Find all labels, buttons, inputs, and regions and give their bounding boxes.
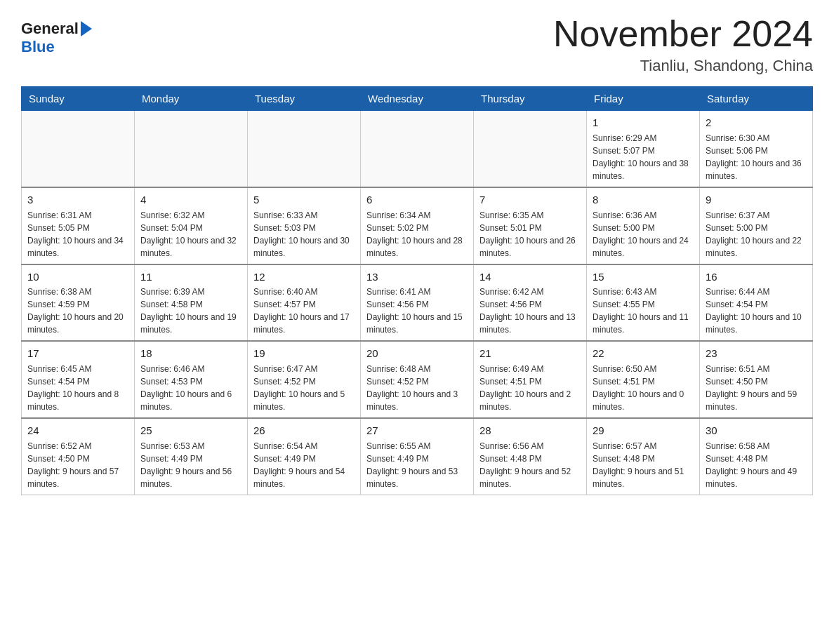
day-info: Sunrise: 6:54 AMSunset: 4:49 PMDaylight:…: [253, 440, 355, 490]
day-number: 22: [593, 346, 694, 361]
calendar-cell: [22, 111, 135, 187]
calendar-cell: 10Sunrise: 6:38 AMSunset: 4:59 PMDayligh…: [22, 264, 135, 342]
calendar-week-row: 3Sunrise: 6:31 AMSunset: 5:05 PMDaylight…: [22, 187, 813, 264]
day-info: Sunrise: 6:42 AMSunset: 4:56 PMDaylight:…: [479, 286, 581, 336]
calendar-cell: [248, 111, 361, 187]
weekday-header-friday: Friday: [587, 87, 700, 111]
calendar-cell: 7Sunrise: 6:35 AMSunset: 5:01 PMDaylight…: [474, 187, 587, 264]
day-info: Sunrise: 6:46 AMSunset: 4:53 PMDaylight:…: [140, 363, 241, 413]
day-info: Sunrise: 6:35 AMSunset: 5:01 PMDaylight:…: [479, 209, 581, 260]
calendar-cell: 27Sunrise: 6:55 AMSunset: 4:49 PMDayligh…: [361, 418, 474, 495]
calendar-cell: 18Sunrise: 6:46 AMSunset: 4:53 PMDayligh…: [135, 341, 248, 418]
month-title: November 2024: [553, 14, 813, 54]
location-subtitle: Tianliu, Shandong, China: [553, 57, 813, 75]
day-info: Sunrise: 6:50 AMSunset: 4:51 PMDaylight:…: [593, 363, 694, 413]
calendar-cell: 29Sunrise: 6:57 AMSunset: 4:48 PMDayligh…: [587, 418, 700, 495]
day-number: 13: [366, 269, 468, 285]
day-info: Sunrise: 6:56 AMSunset: 4:48 PMDaylight:…: [479, 440, 581, 490]
day-number: 25: [140, 423, 241, 438]
day-number: 30: [706, 423, 807, 438]
day-number: 15: [593, 269, 694, 285]
title-area: November 2024 Tianliu, Shandong, China: [553, 14, 813, 75]
calendar-cell: 15Sunrise: 6:43 AMSunset: 4:55 PMDayligh…: [587, 264, 700, 342]
day-info: Sunrise: 6:29 AMSunset: 5:07 PMDaylight:…: [593, 132, 694, 182]
day-info: Sunrise: 6:43 AMSunset: 4:55 PMDaylight:…: [593, 286, 694, 336]
day-number: 27: [366, 423, 468, 438]
calendar-week-row: 10Sunrise: 6:38 AMSunset: 4:59 PMDayligh…: [22, 264, 813, 342]
day-info: Sunrise: 6:45 AMSunset: 4:54 PMDaylight:…: [27, 363, 128, 413]
calendar-cell: 19Sunrise: 6:47 AMSunset: 4:52 PMDayligh…: [248, 341, 361, 418]
day-info: Sunrise: 6:36 AMSunset: 5:00 PMDaylight:…: [593, 209, 694, 260]
calendar-cell: 20Sunrise: 6:48 AMSunset: 4:52 PMDayligh…: [361, 341, 474, 418]
calendar-cell: 12Sunrise: 6:40 AMSunset: 4:57 PMDayligh…: [248, 264, 361, 342]
calendar-cell: 26Sunrise: 6:54 AMSunset: 4:49 PMDayligh…: [248, 418, 361, 495]
calendar-cell: 23Sunrise: 6:51 AMSunset: 4:50 PMDayligh…: [700, 341, 813, 418]
day-number: 4: [140, 192, 241, 208]
day-number: 21: [479, 346, 581, 361]
day-info: Sunrise: 6:58 AMSunset: 4:48 PMDaylight:…: [706, 440, 807, 490]
calendar-cell: 21Sunrise: 6:49 AMSunset: 4:51 PMDayligh…: [474, 341, 587, 418]
day-info: Sunrise: 6:32 AMSunset: 5:04 PMDaylight:…: [140, 209, 241, 260]
day-number: 10: [27, 269, 128, 285]
calendar-cell: 24Sunrise: 6:52 AMSunset: 4:50 PMDayligh…: [22, 418, 135, 495]
day-info: Sunrise: 6:40 AMSunset: 4:57 PMDaylight:…: [253, 286, 355, 336]
day-number: 12: [253, 269, 355, 285]
calendar-cell: 16Sunrise: 6:44 AMSunset: 4:54 PMDayligh…: [700, 264, 813, 342]
calendar-cell: 14Sunrise: 6:42 AMSunset: 4:56 PMDayligh…: [474, 264, 587, 342]
day-info: Sunrise: 6:31 AMSunset: 5:05 PMDaylight:…: [27, 209, 128, 260]
day-number: 14: [479, 269, 581, 285]
day-number: 26: [253, 423, 355, 438]
calendar-cell: [361, 111, 474, 187]
page-header: General Blue November 2024 Tianliu, Shan…: [21, 14, 813, 75]
day-info: Sunrise: 6:52 AMSunset: 4:50 PMDaylight:…: [27, 440, 128, 490]
calendar-table: SundayMondayTuesdayWednesdayThursdayFrid…: [21, 86, 813, 495]
calendar-cell: 13Sunrise: 6:41 AMSunset: 4:56 PMDayligh…: [361, 264, 474, 342]
calendar-cell: 3Sunrise: 6:31 AMSunset: 5:05 PMDaylight…: [22, 187, 135, 264]
logo: General Blue: [21, 20, 92, 56]
calendar-week-row: 1Sunrise: 6:29 AMSunset: 5:07 PMDaylight…: [22, 111, 813, 187]
day-info: Sunrise: 6:51 AMSunset: 4:50 PMDaylight:…: [706, 363, 807, 413]
logo-arrow-icon: [81, 21, 92, 36]
day-info: Sunrise: 6:53 AMSunset: 4:49 PMDaylight:…: [140, 440, 241, 490]
day-number: 29: [593, 423, 694, 438]
day-info: Sunrise: 6:55 AMSunset: 4:49 PMDaylight:…: [366, 440, 468, 490]
day-number: 18: [140, 346, 241, 361]
day-number: 1: [593, 115, 694, 130]
calendar-week-row: 24Sunrise: 6:52 AMSunset: 4:50 PMDayligh…: [22, 418, 813, 495]
calendar-cell: 2Sunrise: 6:30 AMSunset: 5:06 PMDaylight…: [700, 111, 813, 187]
day-info: Sunrise: 6:47 AMSunset: 4:52 PMDaylight:…: [253, 363, 355, 413]
calendar-cell: 1Sunrise: 6:29 AMSunset: 5:07 PMDaylight…: [587, 111, 700, 187]
day-info: Sunrise: 6:34 AMSunset: 5:02 PMDaylight:…: [366, 209, 468, 260]
day-info: Sunrise: 6:49 AMSunset: 4:51 PMDaylight:…: [479, 363, 581, 413]
calendar-cell: 11Sunrise: 6:39 AMSunset: 4:58 PMDayligh…: [135, 264, 248, 342]
weekday-header-saturday: Saturday: [700, 87, 813, 111]
day-info: Sunrise: 6:38 AMSunset: 4:59 PMDaylight:…: [27, 286, 128, 336]
day-number: 28: [479, 423, 581, 438]
day-number: 16: [706, 269, 807, 285]
day-number: 19: [253, 346, 355, 361]
weekday-header-wednesday: Wednesday: [361, 87, 474, 111]
calendar-cell: 8Sunrise: 6:36 AMSunset: 5:00 PMDaylight…: [587, 187, 700, 264]
day-info: Sunrise: 6:48 AMSunset: 4:52 PMDaylight:…: [366, 363, 468, 413]
day-number: 2: [706, 115, 807, 130]
weekday-header-tuesday: Tuesday: [248, 87, 361, 111]
day-number: 20: [366, 346, 468, 361]
day-number: 3: [27, 192, 128, 208]
day-number: 24: [27, 423, 128, 438]
day-number: 11: [140, 269, 241, 285]
day-info: Sunrise: 6:41 AMSunset: 4:56 PMDaylight:…: [366, 286, 468, 336]
day-info: Sunrise: 6:30 AMSunset: 5:06 PMDaylight:…: [706, 132, 807, 182]
logo-general: General: [21, 20, 79, 38]
weekday-header-row: SundayMondayTuesdayWednesdayThursdayFrid…: [22, 87, 813, 111]
calendar-cell: 25Sunrise: 6:53 AMSunset: 4:49 PMDayligh…: [135, 418, 248, 495]
day-info: Sunrise: 6:44 AMSunset: 4:54 PMDaylight:…: [706, 286, 807, 336]
calendar-cell: [474, 111, 587, 187]
calendar-cell: 6Sunrise: 6:34 AMSunset: 5:02 PMDaylight…: [361, 187, 474, 264]
day-info: Sunrise: 6:37 AMSunset: 5:00 PMDaylight:…: [706, 209, 807, 260]
weekday-header-thursday: Thursday: [474, 87, 587, 111]
calendar-cell: 30Sunrise: 6:58 AMSunset: 4:48 PMDayligh…: [700, 418, 813, 495]
weekday-header-sunday: Sunday: [22, 87, 135, 111]
day-info: Sunrise: 6:33 AMSunset: 5:03 PMDaylight:…: [253, 209, 355, 260]
calendar-week-row: 17Sunrise: 6:45 AMSunset: 4:54 PMDayligh…: [22, 341, 813, 418]
calendar-cell: [135, 111, 248, 187]
